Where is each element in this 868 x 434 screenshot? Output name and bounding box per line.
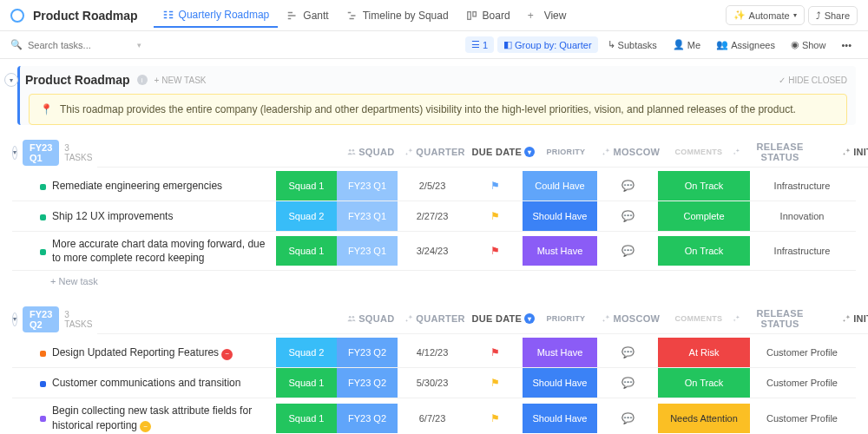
quarter-cell[interactable]: FY23 Q1 bbox=[337, 236, 398, 266]
due-cell[interactable]: 4/12/23 bbox=[398, 347, 467, 358]
moscow-cell[interactable]: Should Have bbox=[523, 368, 597, 398]
task-name-cell[interactable]: Begin collecting new task attribute fiel… bbox=[33, 398, 276, 434]
initiative-cell[interactable]: Infrastructure bbox=[750, 246, 854, 256]
initiative-cell[interactable]: Customer Profile bbox=[750, 413, 854, 424]
more-button[interactable]: ••• bbox=[835, 37, 858, 53]
collapse-group-icon[interactable]: ▾ bbox=[12, 146, 17, 160]
task-name-cell[interactable]: Ship 12 UX improvements bbox=[33, 204, 276, 228]
col-release[interactable]: RELEASE STATUS bbox=[729, 304, 821, 333]
due-cell[interactable]: 3/24/23 bbox=[398, 246, 467, 256]
table-row[interactable]: Customer communications and transition S… bbox=[12, 368, 856, 398]
tab-gantt[interactable]: Gantt bbox=[278, 3, 337, 28]
quarter-cell[interactable]: FY23 Q2 bbox=[337, 368, 398, 398]
priority-cell[interactable]: ⚑ bbox=[467, 412, 523, 424]
new-task-row[interactable]: + New task bbox=[33, 271, 856, 292]
initiative-cell[interactable]: Customer Profile bbox=[750, 347, 854, 358]
squad-cell[interactable]: Squad 2 bbox=[276, 338, 337, 367]
automate-button[interactable]: ✨Automate▾ bbox=[726, 5, 805, 25]
me-button[interactable]: 👤Me bbox=[667, 36, 707, 53]
collapse-lane-icon[interactable]: ▾ bbox=[4, 73, 18, 87]
squad-cell[interactable]: Squad 1 bbox=[276, 236, 337, 266]
col-due[interactable]: DUE DATE▾ bbox=[469, 147, 538, 157]
priority-cell[interactable]: ⚑ bbox=[467, 180, 523, 192]
due-cell[interactable]: 5/30/23 bbox=[398, 378, 467, 388]
squad-cell[interactable]: Squad 1 bbox=[276, 404, 337, 433]
col-due[interactable]: DUE DATE▾ bbox=[469, 313, 538, 324]
subtasks-button[interactable]: ↳Subtasks bbox=[602, 36, 663, 53]
show-button[interactable]: ◉Show bbox=[785, 36, 832, 53]
quarter-cell[interactable]: FY23 Q1 bbox=[337, 171, 398, 201]
col-priority[interactable]: PRIORITY bbox=[538, 314, 594, 323]
moscow-cell[interactable]: Must Have bbox=[523, 236, 597, 266]
comments-cell[interactable]: 💬 bbox=[597, 346, 658, 358]
col-initiative[interactable]: INITIATIVE bbox=[821, 313, 868, 324]
release-cell[interactable]: Complete bbox=[658, 201, 750, 231]
tab-quarterly-roadmap[interactable]: Quarterly Roadmap bbox=[154, 3, 279, 28]
release-cell[interactable]: On Track bbox=[658, 368, 750, 398]
group-by-button[interactable]: ◧Group by:Quarter bbox=[497, 36, 598, 53]
chevron-down-icon[interactable]: ▾ bbox=[137, 41, 141, 49]
comments-cell[interactable]: 💬 bbox=[597, 412, 658, 424]
release-cell[interactable]: On Track bbox=[658, 171, 750, 201]
table-row[interactable]: More accurate chart data moving forward,… bbox=[12, 232, 856, 271]
moscow-cell[interactable]: Could Have bbox=[523, 171, 597, 201]
col-moscow[interactable]: MOSCOW bbox=[594, 137, 668, 167]
moscow-cell[interactable]: Should Have bbox=[523, 201, 597, 231]
due-cell[interactable]: 6/7/23 bbox=[398, 413, 467, 424]
due-cell[interactable]: 2/27/23 bbox=[398, 211, 467, 221]
col-squad[interactable]: SQUAD bbox=[340, 304, 401, 333]
initiative-cell[interactable]: Infrastructure bbox=[750, 181, 854, 191]
col-release[interactable]: RELEASE STATUS bbox=[729, 137, 821, 167]
tab-timeline-by-squad[interactable]: Timeline by Squad bbox=[338, 3, 457, 28]
quarter-cell[interactable]: FY23 Q2 bbox=[337, 338, 398, 367]
initiative-cell[interactable]: Innovation bbox=[750, 211, 854, 221]
quarter-cell[interactable]: FY23 Q2 bbox=[337, 404, 398, 433]
info-icon[interactable]: i bbox=[137, 75, 148, 85]
table-row[interactable]: Design Updated Reporting Features −Squad… bbox=[12, 338, 856, 368]
group-badge[interactable]: FY23 Q2 bbox=[23, 306, 59, 332]
squad-cell[interactable]: Squad 1 bbox=[276, 368, 337, 398]
squad-cell[interactable]: Squad 2 bbox=[276, 201, 337, 231]
col-quarter[interactable]: QUARTER bbox=[401, 304, 469, 333]
release-cell[interactable]: On Track bbox=[658, 236, 750, 266]
moscow-cell[interactable]: Must Have bbox=[523, 338, 597, 367]
table-row[interactable]: Remediate engineering emergencies Squad … bbox=[12, 171, 856, 201]
collapse-group-icon[interactable]: ▾ bbox=[12, 312, 17, 326]
search-field[interactable]: 🔍 ▾ bbox=[10, 39, 462, 50]
col-priority[interactable]: PRIORITY bbox=[538, 148, 594, 156]
hide-closed-button[interactable]: ✓HIDE CLOSED bbox=[779, 76, 847, 85]
new-task-button[interactable]: + NEW TASK bbox=[155, 76, 207, 85]
release-cell[interactable]: Needs Attention bbox=[658, 404, 750, 433]
comments-cell[interactable]: 💬 bbox=[597, 210, 658, 222]
table-row[interactable]: Ship 12 UX improvements Squad 2FY23 Q12/… bbox=[12, 201, 856, 232]
task-name-cell[interactable]: Design Updated Reporting Features − bbox=[33, 340, 276, 365]
moscow-cell[interactable]: Should Have bbox=[523, 404, 597, 433]
task-name-cell[interactable]: Customer communications and transition bbox=[33, 371, 276, 395]
col-quarter[interactable]: QUARTER bbox=[401, 137, 469, 167]
filter-button[interactable]: ☰1 bbox=[465, 36, 494, 53]
release-cell[interactable]: At Risk bbox=[658, 338, 750, 367]
assignees-button[interactable]: 👥Assignees bbox=[710, 36, 781, 53]
tab-view[interactable]: +View bbox=[519, 3, 575, 28]
quarter-cell[interactable]: FY23 Q1 bbox=[337, 201, 398, 231]
priority-cell[interactable]: ⚑ bbox=[467, 210, 523, 222]
col-comments[interactable]: COMMENTS bbox=[668, 314, 729, 323]
priority-cell[interactable]: ⚑ bbox=[467, 346, 523, 358]
task-name-cell[interactable]: More accurate chart data moving forward,… bbox=[33, 232, 276, 270]
tab-board[interactable]: Board bbox=[457, 3, 519, 28]
col-initiative[interactable]: INITIATIVE bbox=[821, 147, 868, 157]
share-button[interactable]: ⤴Share bbox=[808, 6, 858, 25]
comments-cell[interactable]: 💬 bbox=[597, 245, 658, 257]
group-badge[interactable]: FY23 Q1 bbox=[23, 140, 59, 166]
comments-cell[interactable]: 💬 bbox=[597, 377, 658, 389]
col-squad[interactable]: SQUAD bbox=[340, 137, 401, 167]
due-cell[interactable]: 2/5/23 bbox=[398, 181, 467, 191]
col-comments[interactable]: COMMENTS bbox=[668, 148, 729, 156]
col-moscow[interactable]: MOSCOW bbox=[594, 304, 668, 333]
table-row[interactable]: Begin collecting new task attribute fiel… bbox=[12, 398, 856, 434]
task-name-cell[interactable]: Remediate engineering emergencies bbox=[33, 174, 276, 198]
initiative-cell[interactable]: Customer Profile bbox=[750, 378, 854, 388]
priority-cell[interactable]: ⚑ bbox=[467, 377, 523, 389]
squad-cell[interactable]: Squad 1 bbox=[276, 171, 337, 201]
comments-cell[interactable]: 💬 bbox=[597, 180, 658, 192]
